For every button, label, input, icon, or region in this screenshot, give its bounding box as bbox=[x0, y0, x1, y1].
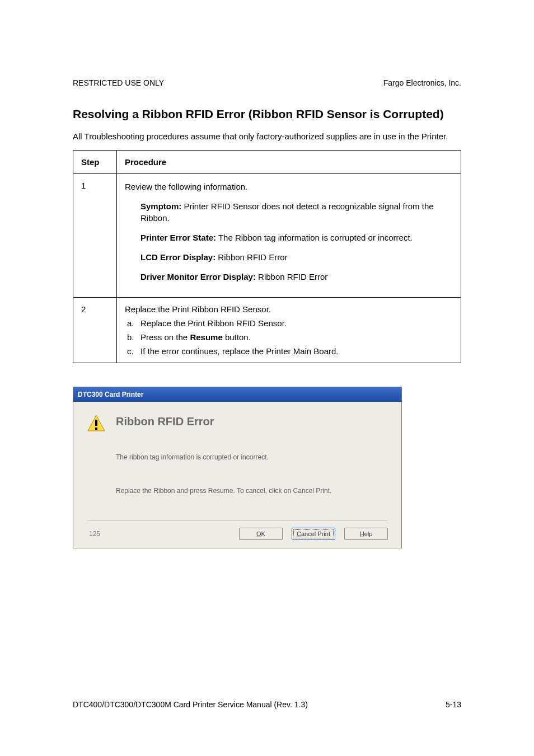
lcd-display-block: LCD Error Display: Ribbon RFID Error bbox=[125, 251, 453, 263]
table-row: 2 Replace the Print Ribbon RFID Sensor. … bbox=[73, 298, 461, 363]
review-line: Review the following information. bbox=[125, 181, 453, 192]
error-state-label: Printer Error State: bbox=[140, 233, 216, 242]
symptom-label: Symptom: bbox=[140, 201, 181, 211]
step-procedure: Review the following information. Sympto… bbox=[117, 174, 461, 298]
step-number: 1 bbox=[73, 174, 117, 298]
footer-left: DTC400/DTC300/DTC300M Card Printer Servi… bbox=[73, 700, 308, 709]
symptom-text: Printer RFID Sensor does not detect a re… bbox=[140, 201, 434, 223]
list-item: c.If the error continues, replace the Pr… bbox=[125, 346, 453, 356]
list-item: a.Replace the Print Ribbon RFID Sensor. bbox=[125, 318, 453, 328]
warning-icon bbox=[87, 414, 106, 433]
dialog-message-1: The ribbon tag information is corrupted … bbox=[116, 453, 388, 461]
driver-display-block: Driver Monitor Error Display: Ribbon RFI… bbox=[125, 271, 453, 283]
ok-accel: O bbox=[256, 530, 261, 537]
list-marker: b. bbox=[127, 332, 140, 342]
symptom-block: Symptom: Printer RFID Sensor does not de… bbox=[125, 200, 453, 224]
list-text: Replace the Print Ribbon RFID Sensor. bbox=[140, 318, 287, 328]
svg-rect-2 bbox=[95, 428, 97, 430]
section-title: Resolving a Ribbon RFID Error (Ribbon RF… bbox=[73, 107, 461, 121]
driver-display-label: Driver Monitor Error Display: bbox=[140, 272, 256, 281]
list-marker: a. bbox=[127, 318, 140, 328]
dialog-counter: 125 bbox=[89, 530, 100, 538]
error-state-block: Printer Error State: The Ribbon tag info… bbox=[125, 232, 453, 243]
list-bold: Resume bbox=[190, 332, 222, 342]
list-post: button. bbox=[223, 332, 251, 342]
step2-lead: Replace the Print Ribbon RFID Sensor. bbox=[125, 304, 453, 314]
table-row: 1 Review the following information. Symp… bbox=[73, 174, 461, 298]
list-marker: c. bbox=[127, 346, 140, 356]
dialog-message-2: Replace the Ribbon and press Resume. To … bbox=[116, 487, 388, 495]
page-header: RESTRICTED USE ONLY Fargo Electronics, I… bbox=[73, 78, 461, 87]
procedure-table: Step Procedure 1 Review the following in… bbox=[73, 150, 461, 363]
dialog-title: DTC300 Card Printer bbox=[78, 391, 143, 398]
svg-rect-1 bbox=[95, 420, 97, 426]
step-procedure: Replace the Print Ribbon RFID Sensor. a.… bbox=[117, 298, 461, 363]
list-text: If the error continues, replace the Prin… bbox=[140, 346, 339, 356]
ok-button[interactable]: OK bbox=[239, 528, 283, 540]
list-item: b.Press on the Resume button. bbox=[125, 332, 453, 342]
lcd-display-text: Ribbon RFID Error bbox=[216, 252, 287, 262]
list-text: Press on the bbox=[140, 332, 190, 342]
dialog-titlebar[interactable]: DTC300 Card Printer bbox=[73, 387, 401, 402]
help-button[interactable]: Help bbox=[344, 528, 388, 540]
page-footer: DTC400/DTC300/DTC300M Card Printer Servi… bbox=[73, 700, 461, 709]
intro-paragraph: All Troubleshooting procedures assume th… bbox=[73, 131, 461, 142]
help-accel: H bbox=[360, 530, 364, 537]
error-dialog: DTC300 Card Printer Ribbon RFID Error Th… bbox=[73, 387, 402, 548]
col-step-header: Step bbox=[73, 151, 117, 174]
header-right: Fargo Electronics, Inc. bbox=[383, 78, 461, 87]
help-rest: elp bbox=[364, 530, 373, 537]
col-procedure-header: Procedure bbox=[117, 151, 461, 174]
error-state-text: The Ribbon tag information is corrupted … bbox=[216, 233, 413, 242]
cancel-accel: C bbox=[297, 530, 301, 537]
footer-right: 5-13 bbox=[446, 700, 461, 709]
lcd-display-label: LCD Error Display: bbox=[140, 252, 216, 262]
dialog-heading: Ribbon RFID Error bbox=[116, 415, 214, 428]
cancel-rest: ancel Print bbox=[301, 530, 330, 537]
step-number: 2 bbox=[73, 298, 117, 363]
driver-display-text: Ribbon RFID Error bbox=[256, 272, 327, 281]
header-left: RESTRICTED USE ONLY bbox=[73, 78, 164, 87]
cancel-print-button[interactable]: Cancel Print bbox=[292, 528, 335, 540]
ok-rest: K bbox=[261, 530, 265, 537]
